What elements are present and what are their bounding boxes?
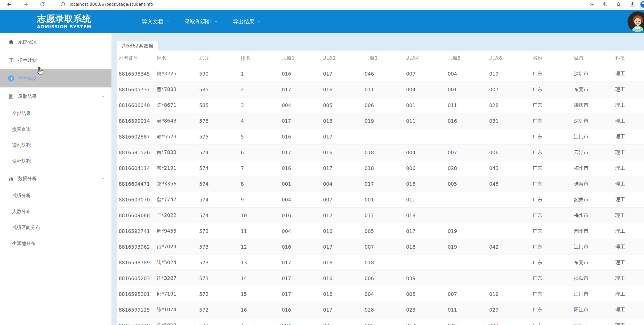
- table-cell: 詹*7747: [155, 192, 197, 208]
- table-cell: [446, 208, 487, 223]
- sidebar-subitem-label: 人数分布: [12, 208, 31, 215]
- table-row[interactable]: 8816604114赖*21915747016017018006028043广东…: [117, 160, 644, 176]
- table-cell: 017: [363, 176, 404, 192]
- table-row[interactable]: 8816599125陈*107457216016017028023011029广…: [117, 302, 644, 318]
- table-cell: 理工: [613, 66, 644, 82]
- table-row[interactable]: 8816598345曾*32255901016017046007004019广东…: [117, 66, 644, 82]
- table-cell: [487, 255, 530, 271]
- sidebar-item-系统概况[interactable]: 系统概况: [0, 33, 111, 51]
- bookmark-star-icon[interactable]: [615, 1, 622, 8]
- table-cell: 广东: [530, 113, 572, 129]
- table-row[interactable]: 8816605203连*320757314017016006039广东揭阳市理工: [117, 271, 644, 286]
- sidebar-subitem-生源地分布[interactable]: 生源地分布: [0, 235, 111, 251]
- table-row[interactable]: 8816604471郑*33565748001004017016005045广东…: [117, 176, 644, 192]
- table-cell: 8816593962: [117, 239, 155, 255]
- sidebar-subitem-退档队列[interactable]: 退档队列: [0, 153, 111, 169]
- table-cell: 585: [197, 98, 239, 113]
- table-cell: 001: [404, 98, 446, 113]
- table-cell: 广东: [530, 208, 572, 223]
- table-cell: 王*2022: [155, 208, 197, 223]
- table-cell: 574: [197, 192, 239, 208]
- table-cell: 006: [363, 271, 404, 286]
- sidebar-subitem-搜索查询[interactable]: 搜索查询: [0, 121, 111, 137]
- table-panel: 准考证号姓名总分排名志愿1志愿2志愿3志愿4志愿5志愿6省份城市科类 88165…: [117, 51, 644, 325]
- table-cell: 573: [197, 271, 239, 286]
- table-cell: 理工: [613, 255, 644, 271]
- forward-icon[interactable]: [23, 1, 29, 7]
- sidebar-item-学生信息[interactable]: i学生信息: [0, 69, 111, 87]
- password-key-icon[interactable]: [588, 1, 595, 8]
- tab-record-count[interactable]: 共6862条数据: [117, 41, 158, 51]
- table-row[interactable]: 8816606040陈*86715853004005006001011028广东…: [117, 98, 644, 113]
- sidebar-item-数据分析[interactable]: 数据分析: [0, 169, 111, 188]
- app-subtitle: ADMISSION SYSTEM: [37, 25, 91, 30]
- zoom-icon[interactable]: [602, 1, 608, 8]
- top-nav-item-3[interactable]: 导出结果: [233, 18, 261, 25]
- top-nav: 导入文档录取和调剂导出结果: [142, 18, 261, 25]
- table-row[interactable]: 8816598789陆*502457313017016018广东东莞市理工: [117, 255, 644, 271]
- user-avatar[interactable]: [627, 11, 644, 32]
- top-nav-item-1[interactable]: 导入文档: [142, 18, 170, 25]
- download-icon[interactable]: [629, 1, 636, 8]
- sidebar-subitem-调剂队列[interactable]: 调剂队列: [0, 137, 111, 153]
- table-row[interactable]: 8816591526何*78335746017016018004007006广东…: [117, 145, 644, 160]
- table-cell: [363, 129, 404, 145]
- table-row[interactable]: 8816605737曹*78835852017016011004001007广东…: [117, 82, 644, 98]
- sidebar-item-录取结果[interactable]: 录取结果: [0, 87, 111, 105]
- table-cell: 阳江市: [572, 302, 613, 318]
- table-cell: 8816604471: [117, 176, 155, 192]
- table-cell: 019: [487, 286, 530, 302]
- address-bar[interactable]: localhost:8000/#/backStage/studentInfo: [56, 1, 625, 8]
- table-cell: 012: [321, 208, 363, 223]
- table-cell: 572: [197, 318, 239, 325]
- table-row[interactable]: 8816599740陈*590357217004005006017016007广…: [117, 318, 644, 325]
- sidebar-item-label: 学生信息: [18, 75, 37, 82]
- table-cell: 017: [404, 223, 446, 239]
- table-row[interactable]: 8816609688王*202257410016012017018广东梅州市理工: [117, 208, 644, 223]
- table-row[interactable]: 8816599014吴*86435754017018019011016031广东…: [117, 113, 644, 129]
- table-cell: 007: [487, 82, 530, 98]
- chevron-up-icon[interactable]: [101, 176, 105, 181]
- table-cell: 016: [446, 113, 487, 129]
- table-cell: 029: [487, 302, 530, 318]
- table-cell: 8816599014: [117, 113, 155, 129]
- table-cell: 郑*3356: [155, 176, 197, 192]
- site-info-icon[interactable]: [59, 1, 66, 8]
- table-cell: [487, 129, 530, 145]
- table-cell: 韶关市: [572, 192, 613, 208]
- table-cell: 016: [321, 286, 363, 302]
- back-icon[interactable]: [6, 1, 12, 7]
- table-cell: 广东: [530, 318, 572, 325]
- reload-icon[interactable]: [39, 1, 45, 7]
- table-row[interactable]: 8816595201邱*719157215017016004005007019广…: [117, 286, 644, 302]
- table-cell: 广东: [530, 82, 572, 98]
- table-cell: 陈*5903: [155, 318, 197, 325]
- table-row[interactable]: 8816592741周*945557311004016005017019广东潮州…: [117, 223, 644, 239]
- browser-profile-avatar[interactable]: [640, 1, 644, 8]
- table-row[interactable]: 8816602887赖*55235755016017广东江门市理工: [117, 129, 644, 145]
- table-cell: 018: [404, 208, 446, 223]
- sidebar-subitem-全部结果[interactable]: 全部结果: [0, 105, 111, 121]
- sidebar-subitem-成绩区间分布[interactable]: 成绩区间分布: [0, 220, 111, 235]
- table-row[interactable]: 8816593962肖*702957312016017007018019042广…: [117, 239, 644, 255]
- column-header-志愿3: 志愿3: [363, 51, 404, 66]
- table-row[interactable]: 8816609070詹*77475749004007001011广东韶关市理工: [117, 192, 644, 208]
- sidebar-subitem-人数分布[interactable]: 人数分布: [0, 204, 111, 220]
- table-cell: 8816598345: [117, 66, 155, 82]
- table-cell: 理工: [613, 223, 644, 239]
- sidebar-item-招生计划[interactable]: 招生计划: [0, 51, 111, 69]
- table-cell: 004: [363, 286, 404, 302]
- chevron-up-icon[interactable]: [101, 94, 105, 99]
- table-cell: 8816595201: [117, 286, 155, 302]
- table-cell: 574: [197, 176, 239, 192]
- table-cell: 018: [404, 239, 446, 255]
- table-cell: 016: [404, 176, 446, 192]
- top-nav-item-2[interactable]: 录取和调剂: [184, 18, 218, 25]
- table-cell: 陈*8671: [155, 98, 197, 113]
- info-icon: i: [8, 75, 14, 82]
- table-cell: 理工: [613, 113, 644, 129]
- sidebar-subitem-成绩分析[interactable]: 成绩分析: [0, 188, 111, 204]
- table-cell: 004: [321, 176, 363, 192]
- table-cell: 曹*7883: [155, 82, 197, 98]
- table-cell: 573: [197, 239, 239, 255]
